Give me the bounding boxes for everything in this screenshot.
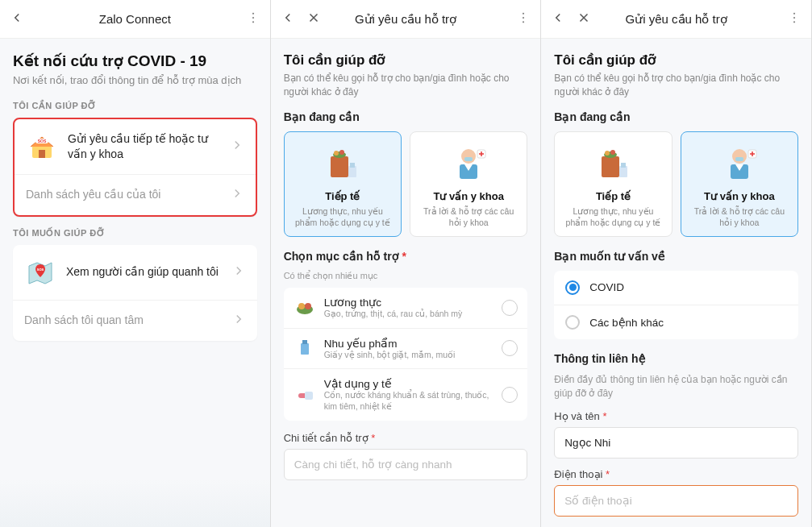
topbar: Gửi yêu cầu hỗ trợ: [541, 0, 811, 39]
svg-rect-11: [331, 156, 348, 177]
option-title: Tiếp tế: [561, 190, 664, 202]
item-title: Nhu yếu phẩm: [324, 337, 494, 350]
row-text: Danh sách tôi quan tâm: [24, 313, 222, 329]
item-food[interactable]: Lương thực Gạo, trứng, thịt, cá, rau củ,…: [284, 288, 528, 329]
option-desc: Lương thực, nhu yếu phẩm hoặc dụng cụ y …: [561, 205, 664, 228]
svg-point-8: [523, 12, 524, 14]
my-requests-row[interactable]: Danh sách yêu cầu của tôi: [15, 175, 256, 215]
row-text: Danh sách yêu cầu của tôi: [26, 187, 220, 203]
contact-label: Thông tin liên hệ: [554, 352, 798, 365]
checkbox-icon[interactable]: [502, 300, 518, 316]
screen-request-medical: Gửi yêu cầu hỗ trợ Tôi cần giúp đỡ Bạn c…: [541, 0, 812, 527]
section-label-want: TÔI MUỐN GIÚP ĐỠ: [13, 228, 257, 239]
back-icon[interactable]: [281, 10, 295, 28]
svg-point-22: [298, 303, 305, 309]
food-icon: [294, 297, 316, 319]
svg-point-30: [793, 21, 795, 23]
radio-label: Các bệnh khác: [589, 316, 664, 329]
back-icon[interactable]: [551, 10, 565, 28]
svg-rect-36: [621, 163, 626, 168]
more-icon[interactable]: [516, 10, 531, 28]
more-icon[interactable]: [246, 10, 260, 28]
topbar: Gửi yêu cầu hỗ trợ: [271, 0, 541, 39]
svg-rect-6: [39, 150, 45, 158]
view-nearby-row[interactable]: SOS Xem người cần giúp quanh tôi: [13, 245, 257, 301]
need-options: Tiếp tế Lương thực, nhu yếu phẩm hoặc dụ…: [284, 131, 528, 237]
option-medical[interactable]: Tư vấn y khoa Trả lời & hỗ trợ các câu h…: [681, 131, 798, 237]
option-title: Tư vấn y khoa: [417, 190, 520, 202]
svg-rect-25: [302, 340, 307, 344]
svg-point-23: [305, 303, 311, 309]
detail-label: Chi tiết cần hỗ trợ *: [284, 432, 528, 444]
svg-point-2: [252, 21, 254, 23]
svg-rect-15: [348, 166, 356, 177]
topbar-title: Zalo Connect: [48, 12, 222, 26]
row-text: Gửi yêu cầu tiếp tế hoặc tư vấn y khoa: [68, 131, 220, 163]
svg-point-10: [523, 21, 524, 23]
item-title: Lương thực: [324, 296, 494, 309]
page-heading: Tôi cần giúp đỡ: [284, 52, 528, 68]
phone-input[interactable]: [554, 485, 798, 517]
svg-point-13: [334, 151, 339, 156]
svg-point-14: [339, 150, 344, 155]
medical-icon: [294, 384, 316, 406]
item-desc: Giấy vệ sinh, bột giặt, mắm, muối: [324, 350, 494, 361]
svg-point-29: [793, 16, 795, 18]
essentials-icon: [294, 337, 316, 359]
chevron-right-icon: [231, 264, 246, 281]
svg-point-0: [252, 12, 254, 14]
svg-rect-18: [464, 157, 473, 161]
page-heading: Kết nối cứu trợ COVID - 19: [13, 52, 257, 70]
detail-input[interactable]: [284, 449, 528, 480]
option-medical[interactable]: Tư vấn y khoa Trả lời & hỗ trợ các câu h…: [410, 131, 527, 237]
svg-rect-31: [602, 156, 619, 177]
item-title: Vật dụng y tế: [324, 377, 494, 390]
radio-icon: [565, 315, 580, 330]
send-request-row[interactable]: SOS Gửi yêu cầu tiếp tế hoặc tư vấn y kh…: [15, 119, 256, 175]
content: Tôi cần giúp đỡ Bạn có thể kêu gọi hỗ tr…: [271, 39, 541, 527]
sos-house-icon: SOS: [26, 131, 58, 163]
svg-point-37: [732, 149, 747, 164]
need-options: Tiếp tế Lương thực, nhu yếu phẩm hoặc dụ…: [554, 131, 798, 237]
svg-rect-24: [301, 343, 309, 355]
svg-point-1: [252, 16, 254, 18]
section-label-need: TÔI CẦN GIÚP ĐỠ: [13, 101, 257, 111]
need-label: Bạn đang cần: [284, 110, 528, 123]
city-illustration: [0, 479, 270, 527]
doctor-icon: [719, 143, 760, 184]
option-desc: Trả lời & hỗ trợ các câu hỏi y khoa: [688, 205, 791, 228]
option-supply[interactable]: Tiếp tế Lương thực, nhu yếu phẩm hoặc dụ…: [284, 131, 402, 237]
name-input[interactable]: [554, 427, 798, 459]
select-items: Lương thực Gạo, trứng, thịt, cá, rau củ,…: [284, 288, 528, 421]
page-subtitle: Nơi kết nối, trao đổi thông tin để hỗ tr…: [13, 73, 257, 88]
checkbox-icon[interactable]: [502, 387, 518, 403]
need-help-card: SOS Gửi yêu cầu tiếp tế hoặc tư vấn y kh…: [13, 118, 257, 217]
phone-label: Điện thoại *: [554, 468, 798, 480]
svg-point-17: [461, 149, 476, 164]
name-label: Họ và tên *: [554, 410, 798, 422]
item-medical[interactable]: Vật dụng y tế Cồn, nước kháng khuẩn & sá…: [284, 369, 528, 420]
chevron-right-icon: [230, 138, 244, 156]
want-help-card: SOS Xem người cần giúp quanh tôi Danh sá…: [13, 245, 257, 341]
svg-rect-27: [305, 392, 313, 400]
chevron-right-icon: [231, 312, 246, 330]
svg-rect-16: [350, 163, 355, 168]
item-essentials[interactable]: Nhu yếu phẩm Giấy vệ sinh, bột giặt, mắm…: [284, 329, 528, 370]
back-icon[interactable]: [10, 10, 24, 28]
radio-label: COVID: [589, 281, 624, 293]
radio-covid[interactable]: COVID: [554, 271, 798, 305]
my-interest-row[interactable]: Danh sách tôi quan tâm: [13, 301, 257, 341]
option-supply[interactable]: Tiếp tế Lương thực, nhu yếu phẩm hoặc dụ…: [554, 131, 672, 237]
map-sos-icon: SOS: [24, 256, 56, 288]
topbar-title: Gửi yêu cầu hỗ trợ: [319, 12, 493, 27]
radio-other[interactable]: Các bệnh khác: [554, 305, 798, 339]
option-desc: Lương thực, nhu yếu phẩm hoặc dụng cụ y …: [291, 205, 394, 228]
topbar: Zalo Connect: [0, 0, 270, 39]
contact-sub: Điền đầy đủ thông tin liên hệ của bạn ho…: [554, 373, 798, 400]
item-desc: Cồn, nước kháng khuẩn & sát trùng, thuốc…: [324, 390, 494, 412]
svg-point-9: [523, 16, 524, 18]
checkbox-icon[interactable]: [502, 340, 518, 356]
select-sub: Có thể chọn nhiều mục: [284, 271, 528, 281]
svg-point-34: [610, 150, 615, 155]
more-icon[interactable]: [787, 10, 802, 28]
